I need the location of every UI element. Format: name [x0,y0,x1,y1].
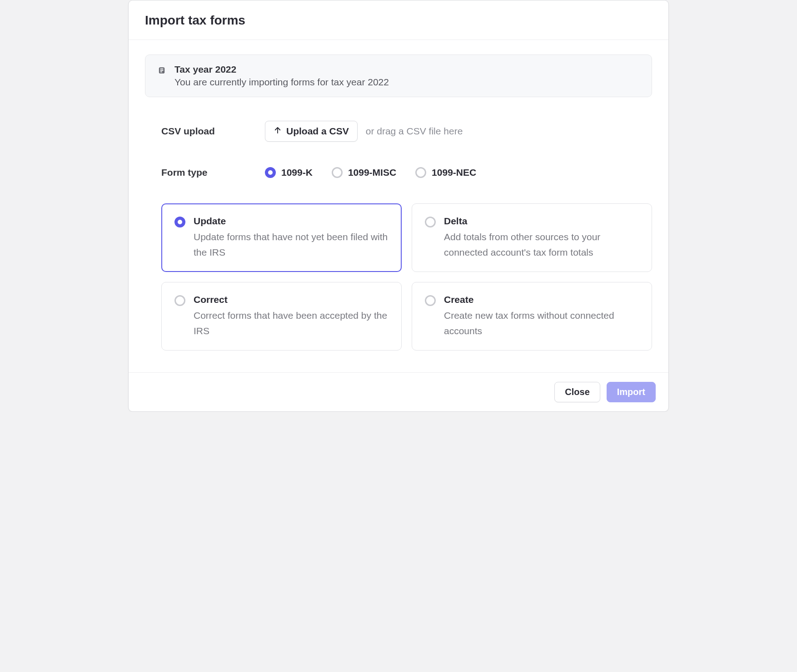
info-icon [157,66,166,75]
card-text: Delta Add totals from other sources to y… [444,216,639,260]
card-title: Delta [444,216,639,227]
csv-upload-hint: or drag a CSV file here [366,126,463,137]
form-type-option-1099-misc[interactable]: 1099-MISC [332,167,396,178]
import-tax-forms-modal: Import tax forms Tax year 2022 You are c… [128,0,669,412]
notice-text: Tax year 2022 You are currently importin… [174,64,389,88]
csv-upload-group: Upload a CSV or drag a CSV file here [265,121,463,142]
close-button[interactable]: Close [554,382,600,402]
import-mode-card-delta[interactable]: Delta Add totals from other sources to y… [412,203,652,272]
csv-upload-label: CSV upload [145,126,265,137]
radio-icon [425,217,436,227]
form-type-label: Form type [145,167,265,178]
card-title: Correct [194,294,389,305]
radio-icon [174,217,185,227]
card-desc: Correct forms that have been accepted by… [194,308,389,338]
modal-title: Import tax forms [145,13,652,28]
modal-footer: Close Import [129,372,668,411]
card-title: Update [194,216,389,227]
modal-header: Import tax forms [129,0,668,40]
card-title: Create [444,294,639,305]
card-text: Create Create new tax forms without conn… [444,294,639,338]
notice-subtitle: You are currently importing forms for ta… [174,77,389,88]
card-desc: Update forms that have not yet been file… [194,229,389,260]
radio-icon [332,167,343,178]
form-type-option-1099-k[interactable]: 1099-K [265,167,313,178]
upload-arrow-icon [274,126,282,137]
upload-csv-button-label: Upload a CSV [286,126,349,137]
radio-icon [265,167,276,178]
form-type-options: 1099-K 1099-MISC 1099-NEC [265,167,476,178]
form-type-option-label: 1099-K [281,167,313,178]
import-mode-card-update[interactable]: Update Update forms that have not yet be… [161,203,402,272]
radio-icon [415,167,426,178]
import-mode-card-correct[interactable]: Correct Correct forms that have been acc… [161,282,402,351]
radio-icon [425,295,436,306]
form-type-row: Form type 1099-K 1099-MISC 1099-NEC [145,167,652,178]
notice-title: Tax year 2022 [174,64,389,75]
card-text: Update Update forms that have not yet be… [194,216,389,260]
svg-rect-1 [160,69,163,69]
form-type-option-1099-nec[interactable]: 1099-NEC [415,167,476,178]
form-type-option-label: 1099-MISC [348,167,396,178]
import-button[interactable]: Import [607,382,656,402]
radio-icon [174,295,185,306]
csv-upload-row: CSV upload Upload a CSV or drag a CSV fi… [145,121,652,142]
upload-csv-button[interactable]: Upload a CSV [265,121,358,142]
card-desc: Create new tax forms without connected a… [444,308,639,338]
tax-year-notice: Tax year 2022 You are currently importin… [145,54,652,97]
svg-rect-3 [160,71,162,72]
svg-rect-2 [160,70,163,71]
import-mode-card-create[interactable]: Create Create new tax forms without conn… [412,282,652,351]
form-type-option-label: 1099-NEC [432,167,476,178]
modal-body: Tax year 2022 You are currently importin… [129,40,668,372]
import-mode-cards: Update Update forms that have not yet be… [145,203,652,351]
card-text: Correct Correct forms that have been acc… [194,294,389,338]
card-desc: Add totals from other sources to your co… [444,229,639,260]
